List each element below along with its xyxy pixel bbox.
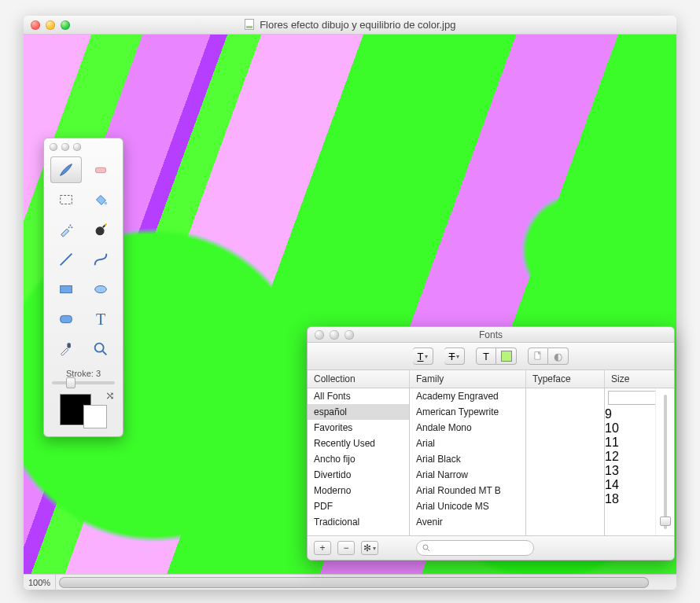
line-tool[interactable]	[50, 246, 82, 273]
list-item[interactable]: Arial Rounded MT B	[410, 483, 525, 498]
svg-line-16	[428, 550, 430, 552]
brush-tool[interactable]	[50, 156, 82, 183]
column-header-family[interactable]: Family	[410, 370, 526, 388]
size-slider[interactable]	[655, 388, 674, 535]
rectangle-tool[interactable]	[50, 276, 82, 303]
svg-point-2	[105, 202, 108, 205]
window-footer: 100%	[24, 574, 676, 590]
airbrush-tool[interactable]	[50, 216, 82, 243]
svg-point-3	[70, 225, 72, 226]
list-item[interactable]: Arial Black	[410, 451, 525, 467]
svg-point-12	[95, 344, 104, 352]
curve-tool[interactable]	[85, 246, 116, 273]
typeface-list[interactable]	[526, 388, 605, 535]
marquee-tool[interactable]	[50, 186, 82, 213]
underline-button[interactable]: T▾	[413, 347, 433, 365]
size-list[interactable]: 9101112131418	[605, 388, 655, 535]
list-item[interactable]: 18	[605, 492, 655, 506]
column-header-collection[interactable]: Collection	[308, 370, 410, 388]
list-item[interactable]: Avenir	[410, 514, 525, 530]
list-item[interactable]: Ancho fijo	[308, 451, 409, 467]
svg-line-7	[61, 254, 72, 266]
document-color-button[interactable]	[528, 347, 548, 365]
fonts-toolbar: T▾ T▾ T ◐	[308, 343, 674, 370]
svg-point-5	[68, 226, 70, 228]
palette-close-icon[interactable]	[50, 143, 57, 151]
list-item[interactable]: 13	[605, 464, 655, 478]
list-item[interactable]: Tradicional	[308, 514, 409, 530]
family-list[interactable]: Academy EngravedAmerican TypewriteAndale…	[410, 388, 526, 535]
palette-zoom-icon[interactable]	[73, 143, 81, 151]
list-item[interactable]: Arial	[410, 436, 525, 451]
add-collection-button[interactable]: +	[314, 541, 331, 555]
slider-thumb[interactable]	[66, 377, 76, 388]
bg-color-button[interactable]	[496, 347, 517, 365]
size-input[interactable]	[608, 391, 658, 405]
list-item[interactable]: Favorites	[308, 420, 409, 436]
list-item[interactable]: Andale Mono	[410, 420, 525, 436]
eraser-tool[interactable]	[85, 156, 116, 183]
fonts-panel[interactable]: Fonts T▾ T▾ T ◐ Collection Family Typefa…	[307, 326, 675, 561]
list-item[interactable]: 12	[605, 450, 655, 464]
swap-colors-icon[interactable]: ⤭	[105, 389, 115, 402]
list-item[interactable]: 14	[605, 478, 655, 492]
svg-line-13	[103, 351, 107, 355]
list-item[interactable]: Arial Unicode MS	[410, 498, 525, 514]
bomb-tool[interactable]	[85, 216, 116, 243]
zoom-tool[interactable]	[85, 336, 116, 362]
horizontal-scrollbar[interactable]	[59, 577, 673, 588]
rounded-rect-tool[interactable]	[50, 306, 82, 333]
window-titlebar[interactable]: Flores efecto dibujo y equilibrio de col…	[24, 16, 676, 35]
action-menu-button[interactable]: ✻▾	[361, 541, 378, 555]
eyedropper-tool[interactable]	[50, 336, 82, 362]
paint-bucket-tool[interactable]	[85, 186, 116, 213]
list-item[interactable]: 9	[605, 407, 655, 421]
stroke-slider[interactable]	[52, 381, 115, 384]
stroke-label: Stroke: 3	[44, 369, 123, 378]
strikethrough-button[interactable]: T▾	[444, 347, 465, 365]
column-header-size[interactable]: Size	[605, 370, 674, 388]
window-title: Flores efecto dibujo y equilibrio de col…	[24, 19, 676, 31]
font-search-input[interactable]	[416, 540, 534, 556]
shadow-button[interactable]: ◐	[548, 347, 569, 365]
tools-palette[interactable]: T Stroke: 3 ⤭	[43, 138, 123, 437]
list-item[interactable]: Divertido	[308, 467, 409, 483]
text-color-button[interactable]: T	[476, 347, 496, 365]
svg-point-15	[423, 545, 428, 550]
scrollbar-thumb[interactable]	[59, 577, 649, 588]
list-item[interactable]: Recently Used	[308, 436, 409, 451]
list-item[interactable]: 10	[605, 421, 655, 436]
list-item[interactable]: Arial Narrow	[410, 467, 525, 483]
list-item[interactable]: All Fonts	[308, 388, 409, 404]
remove-collection-button[interactable]: −	[337, 541, 355, 555]
svg-rect-0	[96, 167, 106, 172]
ellipse-tool[interactable]	[85, 276, 116, 303]
palette-minimize-icon[interactable]	[61, 143, 69, 151]
size-slider-thumb[interactable]	[660, 517, 671, 526]
svg-rect-10	[61, 315, 72, 322]
svg-rect-8	[61, 285, 72, 292]
list-item[interactable]: español	[308, 404, 409, 420]
svg-rect-1	[61, 196, 72, 204]
list-item[interactable]: PDF	[308, 498, 409, 514]
background-color-swatch[interactable]	[83, 405, 107, 428]
zoom-level[interactable]: 100%	[24, 575, 56, 590]
fonts-title: Fonts	[308, 329, 674, 340]
color-chip-icon	[501, 351, 512, 362]
svg-point-9	[95, 285, 107, 292]
column-header-typeface[interactable]: Typeface	[526, 370, 605, 388]
list-item[interactable]: American Typewrite	[410, 404, 525, 420]
svg-point-6	[96, 226, 105, 235]
list-item[interactable]: Moderno	[308, 483, 409, 498]
list-item[interactable]: Academy Engraved	[410, 388, 525, 404]
collection-list[interactable]: All FontsespañolFavoritesRecently UsedAn…	[308, 388, 410, 535]
svg-rect-11	[68, 344, 71, 348]
search-icon	[422, 543, 431, 553]
list-item[interactable]: 11	[605, 436, 655, 450]
document-icon	[245, 19, 254, 30]
svg-point-4	[71, 226, 72, 228]
text-tool[interactable]: T	[85, 306, 116, 333]
